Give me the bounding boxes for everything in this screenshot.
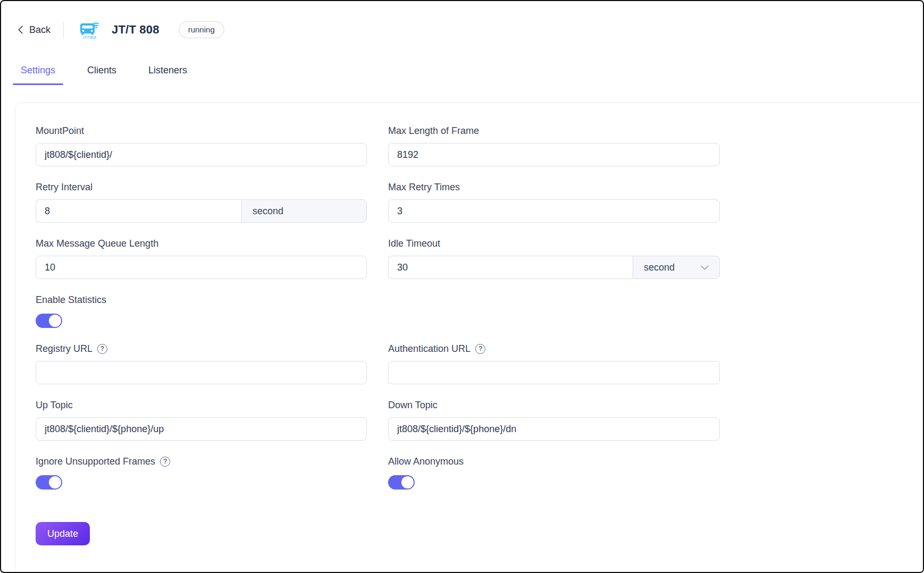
idle-timeout-field: Idle Timeout second — [388, 237, 720, 279]
max-message-queue-length-field: Max Message Queue Length — [36, 237, 367, 279]
update-button[interactable]: Update — [36, 522, 90, 545]
retry-interval-field: Retry Interval second — [36, 181, 367, 223]
up-topic-field: Up Topic — [36, 399, 367, 441]
up-topic-label: Up Topic — [36, 399, 367, 411]
enable-statistics-label: Enable Statistics — [36, 293, 367, 306]
chevron-down-icon — [701, 265, 709, 270]
ignore-unsupported-frames-toggle[interactable] — [36, 475, 62, 490]
retry-interval-unit: second — [241, 199, 367, 223]
allow-anonymous-label: Allow Anonymous — [388, 455, 720, 468]
idle-timeout-input[interactable] — [388, 256, 633, 279]
down-topic-label: Down Topic — [388, 399, 720, 411]
max-length-frame-input[interactable] — [388, 143, 720, 166]
enable-statistics-field: Enable Statistics — [36, 293, 367, 328]
idle-timeout-label: Idle Timeout — [388, 237, 720, 250]
max-length-frame-field: Max Length of Frame — [388, 124, 720, 166]
mountpoint-label: MountPoint — [36, 124, 367, 137]
max-retry-times-label: Max Retry Times — [388, 181, 720, 193]
authentication-url-label: Authentication URL — [388, 342, 471, 355]
down-topic-field: Down Topic — [388, 399, 720, 441]
tab-clients[interactable]: Clients — [79, 65, 124, 85]
enable-statistics-toggle[interactable] — [36, 314, 62, 328]
mountpoint-field: MountPoint — [36, 124, 367, 166]
max-length-frame-label: Max Length of Frame — [388, 124, 720, 137]
retry-interval-input[interactable] — [36, 199, 241, 223]
status-badge: running — [179, 21, 224, 38]
page-title: JT/T 808 — [112, 23, 159, 37]
app-window: Back JT/T808 JT/T 808 running Settings C… — [0, 0, 924, 573]
header-divider — [63, 22, 64, 37]
mountpoint-input[interactable] — [36, 143, 367, 166]
settings-form: MountPoint Max Length of Frame Retry Int… — [36, 124, 909, 504]
up-topic-input[interactable] — [36, 417, 367, 441]
settings-card: MountPoint Max Length of Frame Retry Int… — [15, 103, 924, 573]
idle-timeout-unit-value: second — [644, 262, 675, 273]
max-retry-times-field: Max Retry Times — [388, 181, 720, 223]
max-message-queue-length-input[interactable] — [36, 256, 367, 279]
down-topic-input[interactable] — [388, 417, 720, 441]
retry-interval-label: Retry Interval — [36, 181, 367, 193]
tab-listeners[interactable]: Listeners — [140, 65, 195, 85]
registry-url-help-icon[interactable]: ? — [97, 344, 107, 354]
ignore-unsupported-frames-label: Ignore Unsupported Frames — [36, 455, 155, 468]
authentication-url-input[interactable] — [388, 361, 720, 384]
tab-bar: Settings Clients Listeners — [1, 65, 923, 85]
bus-wifi-icon — [79, 20, 100, 36]
max-retry-times-input[interactable] — [388, 199, 720, 223]
authentication-url-help-icon[interactable]: ? — [475, 344, 485, 354]
ignore-unsupported-frames-field: Ignore Unsupported Frames ? — [36, 455, 367, 490]
allow-anonymous-field: Allow Anonymous — [388, 455, 720, 490]
tab-settings[interactable]: Settings — [13, 65, 63, 85]
registry-url-input[interactable] — [36, 361, 367, 384]
allow-anonymous-toggle[interactable] — [388, 475, 415, 490]
authentication-url-field: Authentication URL ? — [388, 342, 720, 384]
page-header: Back JT/T808 JT/T 808 running — [1, 1, 923, 43]
jt808-gateway-icon: JT/T808 — [78, 20, 101, 40]
ignore-unsupported-frames-help-icon[interactable]: ? — [160, 457, 170, 467]
idle-timeout-unit-select[interactable]: second — [633, 256, 720, 279]
back-label: Back — [29, 24, 51, 36]
chevron-left-icon — [17, 26, 24, 34]
back-button[interactable]: Back — [17, 24, 51, 36]
max-message-queue-length-label: Max Message Queue Length — [36, 237, 367, 250]
registry-url-field: Registry URL ? — [36, 342, 367, 384]
gateway-icon-caption: JT/T808 — [82, 36, 96, 40]
registry-url-label: Registry URL — [36, 342, 93, 355]
